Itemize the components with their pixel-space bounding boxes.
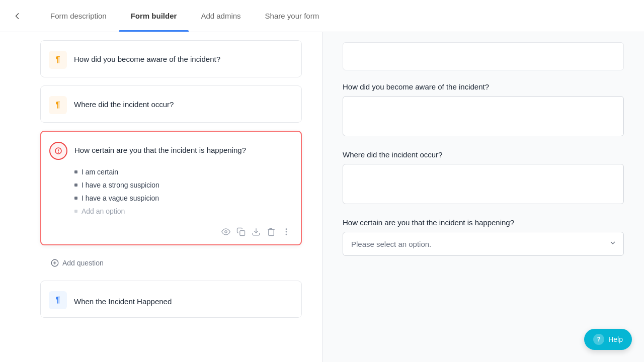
- question-card-3[interactable]: How certain are you that the incident is…: [40, 131, 302, 245]
- add-option-item[interactable]: Add an option: [74, 207, 291, 215]
- svg-point-2: [58, 152, 59, 152]
- option-bullet-2: [74, 184, 77, 187]
- top-nav: Form description Form builder Add admins…: [0, 0, 644, 32]
- question-text-2: Where did the incident occur?: [74, 96, 174, 111]
- help-button[interactable]: ? Help: [584, 329, 632, 350]
- copy-icon[interactable]: [236, 227, 246, 236]
- svg-point-8: [286, 234, 287, 235]
- add-question-button[interactable]: Add question: [40, 253, 114, 273]
- tab-form-description[interactable]: Form description: [38, 0, 119, 32]
- card-toolbar: [49, 223, 291, 236]
- preview-textarea-1[interactable]: [343, 96, 624, 136]
- when-icon: ¶: [49, 291, 67, 309]
- preview-select-3[interactable]: Please select an option.: [343, 232, 624, 256]
- question-card-1[interactable]: ¶ How did you become aware of the incide…: [40, 40, 302, 77]
- question-icon-1: ¶: [49, 51, 67, 69]
- tab-share-your-form[interactable]: Share your form: [253, 0, 332, 32]
- delete-icon[interactable]: [267, 227, 276, 236]
- svg-rect-4: [240, 231, 245, 236]
- left-panel: ¶ How did you become aware of the incide…: [0, 32, 322, 362]
- question-text-3: How certain are you that the incident is…: [74, 142, 246, 156]
- preview-top-input[interactable]: [343, 42, 624, 70]
- preview-textarea-2[interactable]: [343, 164, 624, 204]
- preview-label-1: How did you become aware of the incident…: [343, 82, 624, 91]
- right-panel: How did you become aware of the incident…: [322, 32, 644, 362]
- when-card[interactable]: ¶ When the Incident Happened: [40, 281, 302, 318]
- tab-add-admins[interactable]: Add admins: [189, 0, 253, 32]
- preview-label-2: Where did the incident occur?: [343, 150, 624, 159]
- preview-select-wrapper: Please select an option.: [343, 232, 624, 256]
- question-icon-2: ¶: [49, 96, 67, 114]
- svg-point-6: [286, 229, 287, 230]
- preview-question-3: How certain are you that the incident is…: [343, 218, 624, 256]
- option-item-3: I have a vague suspicion: [74, 194, 291, 202]
- option-bullet-1: [74, 170, 77, 173]
- download-icon[interactable]: [252, 227, 261, 236]
- preview-label-3: How certain are you that the incident is…: [343, 218, 624, 227]
- help-circle-icon: ?: [593, 334, 604, 345]
- more-icon[interactable]: [282, 227, 291, 236]
- nav-tabs: Form description Form builder Add admins…: [38, 0, 331, 32]
- when-card-text: When the Incident Happened: [74, 293, 172, 308]
- main-layout: ¶ How did you become aware of the incide…: [0, 32, 644, 362]
- option-item-2: I have a strong suspicion: [74, 181, 291, 189]
- add-option-bullet: [74, 210, 77, 213]
- question-text-1: How did you become aware of the incident…: [74, 51, 220, 65]
- option-item-1: I am certain: [74, 168, 291, 176]
- preview-question-1: How did you become aware of the incident…: [343, 82, 624, 150]
- option-bullet-3: [74, 197, 77, 200]
- svg-point-3: [225, 231, 227, 233]
- back-button[interactable]: [12, 11, 22, 21]
- question-card-2[interactable]: ¶ Where did the incident occur?: [40, 85, 302, 123]
- preview-question-2: Where did the incident occur?: [343, 150, 624, 218]
- options-list: I am certain I have a strong suspicion I…: [74, 168, 291, 215]
- svg-point-7: [286, 231, 287, 232]
- question-icon-3: [49, 142, 67, 160]
- eye-icon[interactable]: [221, 227, 230, 236]
- tab-form-builder[interactable]: Form builder: [119, 0, 189, 32]
